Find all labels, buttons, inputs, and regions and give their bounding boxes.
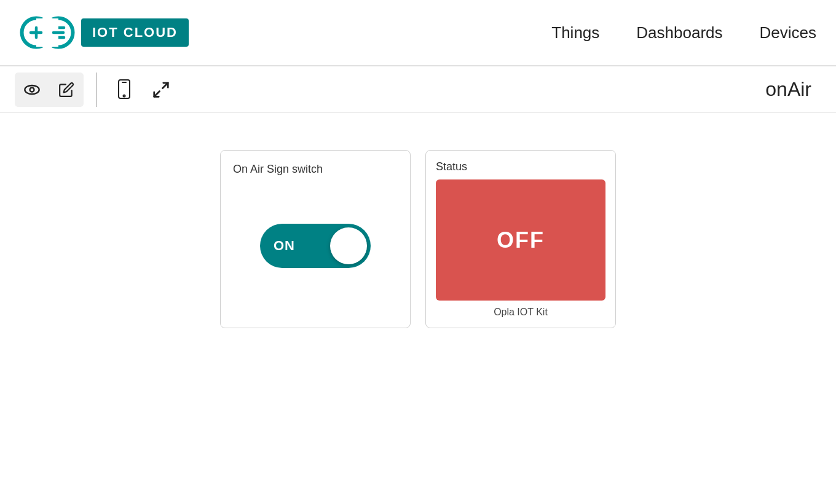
nav-devices[interactable]: Devices	[760, 23, 816, 42]
svg-point-16	[123, 95, 125, 96]
status-display: OFF	[436, 179, 605, 301]
dashboard-content: On Air Sign switch ON Status OFF Opla IO…	[0, 113, 836, 353]
fullscreen-icon	[152, 81, 170, 99]
view-edit-group	[15, 73, 84, 107]
pencil-icon	[58, 82, 74, 98]
nav-things[interactable]: Things	[551, 23, 599, 42]
toolbar-left	[15, 73, 183, 107]
toggle-switch[interactable]: ON	[260, 224, 371, 268]
switch-card-label: On Air Sign switch	[233, 163, 323, 176]
eye-icon	[23, 81, 41, 98]
iot-cloud-badge: IOT CLOUD	[81, 18, 189, 47]
toggle-thumb	[330, 227, 367, 264]
toolbar: onAir	[0, 66, 836, 113]
status-card-label: Status	[436, 160, 605, 173]
main-nav: Things Dashboards Devices	[551, 23, 816, 42]
toolbar-divider	[96, 73, 97, 107]
header: IOT CLOUD Things Dashboards Devices	[0, 0, 836, 66]
status-card: Status OFF Opla IOT Kit	[425, 150, 616, 328]
view-button[interactable]	[15, 73, 49, 107]
logo-area: IOT CLOUD	[20, 14, 189, 51]
mobile-preview-button[interactable]	[109, 75, 139, 104]
svg-point-13	[30, 87, 34, 92]
edit-button[interactable]	[49, 73, 84, 107]
status-value: OFF	[497, 227, 545, 253]
switch-card-body: ON	[233, 176, 398, 315]
fullscreen-button[interactable]	[146, 75, 176, 104]
dashboard-title: onAir	[765, 78, 811, 101]
svg-point-12	[25, 85, 39, 94]
arduino-logo-icon	[20, 14, 75, 51]
nav-dashboards[interactable]: Dashboards	[636, 23, 722, 42]
mobile-icon	[116, 79, 133, 100]
switch-card: On Air Sign switch ON	[220, 150, 411, 328]
toggle-label: ON	[274, 238, 295, 254]
status-device-name: Opla IOT Kit	[436, 307, 605, 318]
